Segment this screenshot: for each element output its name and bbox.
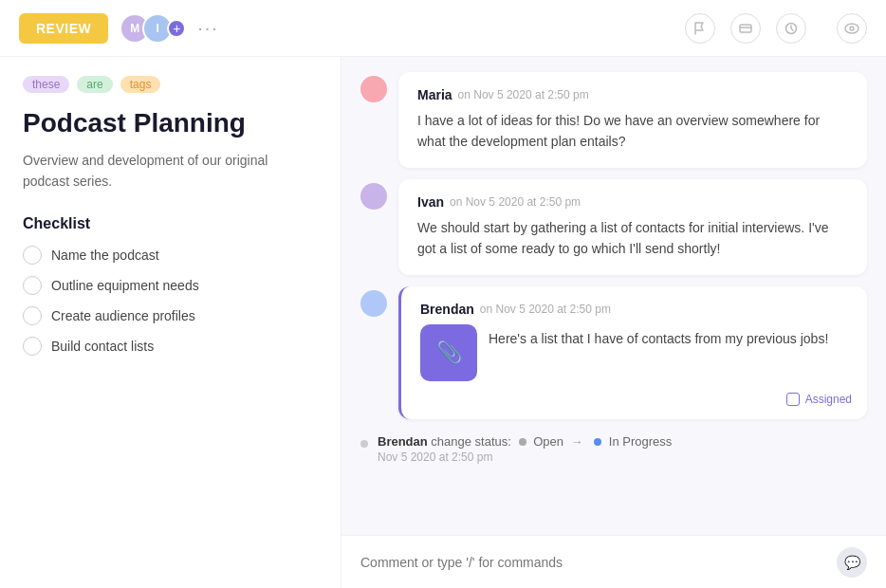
message-header: Brendan on Nov 5 2020 at 2:50 pm (420, 302, 848, 317)
review-button[interactable]: REVIEW (19, 13, 108, 44)
checklist-item: Build contact lists (23, 337, 318, 356)
status-change-action: change status: (431, 434, 514, 449)
tags-row: these are tags (23, 76, 318, 93)
checklist-item-label: Outline equipment needs (51, 278, 199, 293)
page-description: Overview and development of our original… (23, 150, 318, 193)
message-header: Maria on Nov 5 2020 at 2:50 pm (417, 87, 848, 102)
flag-icon[interactable] (685, 13, 715, 44)
message-row: Brendan on Nov 5 2020 at 2:50 pm 📎 Here'… (360, 286, 867, 419)
message-row: Maria on Nov 5 2020 at 2:50 pm I have a … (360, 72, 867, 168)
send-button[interactable]: 💬 (837, 547, 867, 578)
message-author: Maria (417, 87, 452, 102)
message-body: Here's a list that I have of contacts fr… (489, 324, 828, 349)
check-circle-4[interactable] (23, 337, 42, 356)
arrow-icon: → (571, 434, 587, 449)
attachment-thumbnail[interactable]: 📎 (420, 324, 477, 381)
status-change-content: Brendan change status: Open → In Progres… (378, 434, 672, 464)
page-title: Podcast Planning (23, 108, 318, 138)
assigned-badge: Assigned (786, 393, 852, 406)
svg-rect-0 (740, 25, 751, 32)
status-change: Brendan change status: Open → In Progres… (360, 431, 867, 468)
avatar-group: M I + (120, 13, 186, 44)
message-row: Ivan on Nov 5 2020 at 2:50 pm We should … (360, 179, 867, 275)
message-card: Maria on Nov 5 2020 at 2:50 pm I have a … (398, 72, 867, 168)
checklist-item: Outline equipment needs (23, 276, 318, 295)
main-layout: these are tags Podcast Planning Overview… (0, 57, 886, 588)
check-circle-2[interactable] (23, 276, 42, 295)
add-avatar-button[interactable]: + (167, 19, 186, 38)
left-panel: these are tags Podcast Planning Overview… (0, 57, 341, 588)
attachment-area: 📎 Here's a list that I have of contacts … (420, 324, 848, 381)
status-from-dot (519, 438, 526, 446)
checklist-item-label: Create audience profiles (51, 308, 195, 323)
tag-tags[interactable]: tags (120, 76, 161, 93)
message-body: We should start by gathering a list of c… (417, 217, 848, 260)
more-options-button[interactable]: ··· (197, 17, 219, 39)
message-time: on Nov 5 2020 at 2:50 pm (480, 303, 611, 316)
assigned-checkbox[interactable] (786, 393, 800, 406)
checklist-item: Name the podcast (23, 246, 318, 265)
clock-icon[interactable] (776, 13, 806, 44)
avatar (360, 290, 387, 317)
message-author: Ivan (417, 194, 444, 210)
status-to-dot (594, 438, 601, 446)
svg-point-4 (850, 27, 854, 30)
check-circle-3[interactable] (23, 306, 42, 325)
right-panel: Maria on Nov 5 2020 at 2:50 pm I have a … (341, 57, 886, 588)
status-dot (360, 440, 368, 448)
tag-these[interactable]: these (23, 76, 69, 93)
checklist-item-label: Name the podcast (51, 248, 159, 263)
message-author: Brendan (420, 302, 474, 317)
message-card: Ivan on Nov 5 2020 at 2:50 pm We should … (398, 179, 867, 275)
svg-point-3 (845, 24, 858, 33)
top-bar-left: REVIEW M I + ··· (19, 13, 219, 44)
card-icon[interactable] (730, 13, 761, 44)
message-time: on Nov 5 2020 at 2:50 pm (458, 88, 589, 101)
status-to-label: In Progress (609, 434, 672, 449)
checklist-item: Create audience profiles (23, 306, 318, 325)
top-bar: REVIEW M I + ··· (0, 0, 886, 57)
message-header: Ivan on Nov 5 2020 at 2:50 pm (417, 194, 848, 210)
paperclip-icon: 📎 (436, 340, 462, 365)
message-card-highlighted: Brendan on Nov 5 2020 at 2:50 pm 📎 Here'… (398, 286, 867, 419)
checklist-title: Checklist (23, 215, 318, 232)
eye-icon[interactable] (837, 13, 867, 44)
send-icon: 💬 (844, 555, 860, 570)
message-time: on Nov 5 2020 at 2:50 pm (450, 195, 581, 209)
status-change-author: Brendan (378, 434, 428, 449)
top-bar-right (685, 13, 867, 44)
checklist-item-label: Build contact lists (51, 339, 154, 354)
message-body: I have a lot of ideas for this! Do we ha… (417, 110, 848, 153)
check-circle-1[interactable] (23, 246, 42, 265)
tag-are[interactable]: are (77, 76, 112, 93)
messages-area: Maria on Nov 5 2020 at 2:50 pm I have a … (341, 57, 886, 535)
avatar (360, 76, 387, 102)
avatar (360, 183, 387, 210)
status-change-time: Nov 5 2020 at 2:50 pm (378, 450, 672, 464)
assigned-label: Assigned (805, 393, 852, 406)
comment-input[interactable] (360, 555, 837, 570)
status-from-label: Open (533, 434, 563, 449)
checklist: Name the podcast Outline equipment needs… (23, 246, 318, 356)
comment-bar: 💬 (341, 535, 886, 588)
